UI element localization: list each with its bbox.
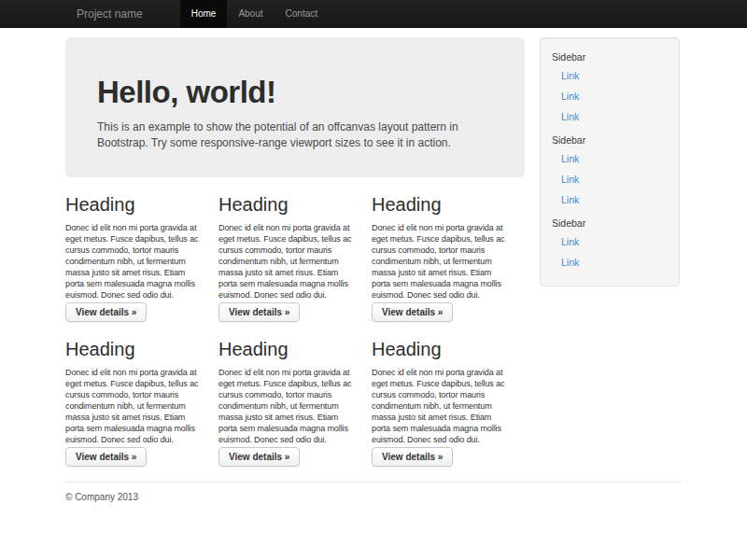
sidebar-link[interactable]: Link: [552, 86, 668, 106]
sidebar-link[interactable]: Link: [552, 148, 668, 169]
jumbotron: Hello, world! This is an example to show…: [65, 37, 525, 177]
card-heading: Heading: [218, 194, 359, 215]
card-5: Heading Donec id elit non mi porta gravi…: [218, 322, 372, 467]
card-heading: Heading: [65, 194, 205, 215]
card-body-text: Donec id elit non mi porta gravida at eg…: [218, 367, 359, 445]
nav-item-home[interactable]: Home: [180, 0, 228, 28]
card-body-text: Donec id elit non mi porta gravida at eg…: [65, 222, 205, 301]
navbar: Project name Home About Contact: [0, 0, 747, 28]
card-body-text: Donec id elit non mi porta gravida at eg…: [372, 367, 512, 445]
sidebar: Sidebar Link Link Link Sidebar Link Link…: [540, 37, 680, 467]
card-body-text: Donec id elit non mi porta gravida at eg…: [65, 367, 205, 445]
column-gutter: [525, 37, 540, 467]
card-6: Heading Donec id elit non mi porta gravi…: [372, 322, 525, 467]
footer-divider: [65, 482, 682, 483]
hero-title: Hello, world!: [97, 75, 493, 110]
card-heading: Heading: [218, 339, 359, 359]
sidebar-section-title: Sidebar: [552, 217, 668, 230]
card-heading: Heading: [372, 339, 512, 359]
nav-menu: Home About Contact: [180, 0, 329, 28]
view-details-button[interactable]: View details »: [372, 447, 453, 467]
sidebar-link[interactable]: Link: [552, 189, 668, 210]
page-container: Hello, world! This is an example to show…: [65, 28, 682, 502]
card-heading: Heading: [65, 339, 205, 359]
hero-text: This is an example to show the potential…: [97, 119, 493, 151]
card-2: Heading Donec id elit non mi porta gravi…: [218, 177, 372, 322]
offcanvas-row: Hello, world! This is an example to show…: [65, 37, 682, 467]
sidebar-link[interactable]: Link: [552, 106, 668, 127]
view-details-button[interactable]: View details »: [65, 302, 147, 322]
view-details-button[interactable]: View details »: [218, 447, 300, 467]
cards-row-1: Heading Donec id elit non mi porta gravi…: [65, 177, 525, 322]
card-body-text: Donec id elit non mi porta gravida at eg…: [218, 222, 359, 301]
sidebar-link[interactable]: Link: [552, 231, 668, 252]
copyright-text: © Company 2013: [65, 492, 682, 502]
brand-link[interactable]: Project name: [65, 0, 154, 28]
sidebar-section-title: Sidebar: [552, 51, 668, 63]
view-details-button[interactable]: View details »: [372, 302, 453, 322]
card-heading: Heading: [372, 194, 512, 215]
sidebar-section-title: Sidebar: [552, 134, 668, 147]
view-details-button[interactable]: View details »: [218, 302, 300, 322]
sidebar-link[interactable]: Link: [552, 169, 668, 189]
nav-item-about[interactable]: About: [227, 0, 274, 28]
sidebar-well: Sidebar Link Link Link Sidebar Link Link…: [540, 37, 680, 287]
sidebar-link[interactable]: Link: [552, 252, 668, 273]
navbar-inner: Project name Home About Contact: [65, 0, 682, 28]
footer: © Company 2013: [65, 492, 682, 502]
cards-row-2: Heading Donec id elit non mi porta gravi…: [65, 322, 525, 467]
card-body-text: Donec id elit non mi porta gravida at eg…: [372, 222, 512, 301]
card-4: Heading Donec id elit non mi porta gravi…: [65, 322, 218, 467]
view-details-button[interactable]: View details »: [65, 447, 147, 467]
nav-item-contact[interactable]: Contact: [275, 0, 329, 28]
main-content: Hello, world! This is an example to show…: [65, 37, 525, 467]
card-1: Heading Donec id elit non mi porta gravi…: [65, 177, 218, 322]
card-3: Heading Donec id elit non mi porta gravi…: [372, 177, 525, 322]
sidebar-link[interactable]: Link: [552, 65, 668, 86]
